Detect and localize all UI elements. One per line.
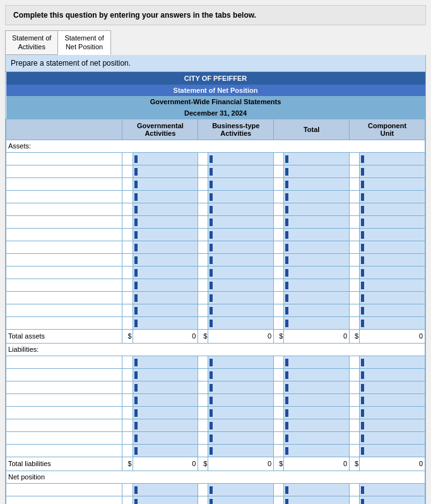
value-cell[interactable] (133, 356, 198, 368)
value-cell[interactable] (284, 291, 350, 304)
value-cell[interactable] (133, 279, 198, 291)
value-cell[interactable] (360, 406, 425, 419)
value-cell[interactable] (133, 215, 198, 228)
value-cell[interactable] (284, 215, 350, 228)
value-cell[interactable] (208, 215, 274, 228)
value-cell[interactable] (208, 190, 274, 203)
value-cell[interactable] (208, 177, 274, 190)
value-cell[interactable] (360, 316, 425, 329)
value-cell[interactable] (360, 253, 425, 266)
data-row (6, 177, 425, 190)
value-cell[interactable] (360, 190, 425, 203)
value-cell[interactable] (208, 253, 274, 266)
value-cell[interactable] (360, 483, 425, 496)
tab-activities[interactable]: Statement ofActivities (5, 30, 58, 55)
value-cell[interactable] (208, 356, 274, 368)
value-cell[interactable] (284, 165, 350, 177)
value-cell[interactable] (284, 203, 350, 215)
value-cell[interactable] (360, 444, 425, 457)
value-cell[interactable] (133, 496, 198, 504)
value-cell[interactable] (208, 291, 274, 304)
value-cell[interactable] (133, 165, 198, 177)
value-cell[interactable] (208, 406, 274, 419)
value-cell[interactable] (208, 304, 274, 316)
value-cell[interactable] (284, 279, 350, 291)
value-cell[interactable] (284, 381, 350, 393)
value-cell[interactable] (284, 228, 350, 241)
value-cell[interactable] (284, 316, 350, 329)
tab-net-position[interactable]: Statement ofNet Position (57, 30, 110, 55)
value-cell[interactable] (284, 368, 350, 381)
value-cell[interactable] (360, 241, 425, 253)
value-cell[interactable] (133, 152, 198, 165)
value-cell[interactable] (284, 152, 350, 165)
value-cell[interactable] (208, 266, 274, 279)
value-cell[interactable] (360, 279, 425, 291)
value-cell[interactable] (208, 419, 274, 431)
value-cell[interactable] (133, 393, 198, 406)
value-cell[interactable] (133, 368, 198, 381)
value-cell[interactable] (360, 381, 425, 393)
value-cell[interactable] (133, 228, 198, 241)
value-cell[interactable] (133, 304, 198, 316)
value-cell[interactable] (360, 496, 425, 504)
value-cell[interactable] (360, 152, 425, 165)
value-cell[interactable] (284, 496, 350, 504)
value-cell[interactable] (284, 177, 350, 190)
value-cell[interactable] (133, 431, 198, 444)
value-cell[interactable] (208, 316, 274, 329)
value-cell[interactable] (133, 291, 198, 304)
value-cell[interactable] (133, 203, 198, 215)
value-cell[interactable] (133, 381, 198, 393)
value-cell[interactable] (360, 291, 425, 304)
value-cell[interactable] (133, 419, 198, 431)
value-cell[interactable] (360, 177, 425, 190)
value-cell[interactable] (208, 381, 274, 393)
value-cell[interactable] (284, 304, 350, 316)
value-cell[interactable] (284, 241, 350, 253)
value-cell[interactable] (360, 393, 425, 406)
value-cell[interactable] (284, 431, 350, 444)
value-cell[interactable] (208, 165, 274, 177)
value-cell[interactable] (133, 190, 198, 203)
value-cell[interactable] (133, 483, 198, 496)
value-cell[interactable] (208, 228, 274, 241)
value-cell[interactable] (360, 203, 425, 215)
value-cell[interactable] (284, 419, 350, 431)
value-cell[interactable] (284, 253, 350, 266)
value-cell[interactable] (133, 316, 198, 329)
value-cell[interactable] (284, 266, 350, 279)
value-cell[interactable] (208, 368, 274, 381)
value-cell[interactable] (133, 406, 198, 419)
value-cell[interactable] (208, 431, 274, 444)
value-cell[interactable] (360, 165, 425, 177)
value-cell[interactable] (360, 228, 425, 241)
value-cell[interactable] (133, 266, 198, 279)
value-cell[interactable] (360, 431, 425, 444)
value-cell[interactable] (360, 368, 425, 381)
value-cell[interactable] (284, 190, 350, 203)
value-cell[interactable] (133, 241, 198, 253)
value-cell[interactable] (284, 406, 350, 419)
value-cell[interactable] (284, 483, 350, 496)
value-cell[interactable] (208, 444, 274, 457)
value-cell[interactable] (360, 356, 425, 368)
value-cell[interactable] (208, 279, 274, 291)
value-cell[interactable] (360, 215, 425, 228)
value-cell[interactable] (284, 444, 350, 457)
value-cell[interactable] (208, 152, 274, 165)
value-cell[interactable] (208, 241, 274, 253)
value-cell[interactable] (360, 419, 425, 431)
value-cell[interactable] (208, 496, 274, 504)
value-cell[interactable] (133, 444, 198, 457)
value-cell[interactable] (360, 266, 425, 279)
value-cell[interactable] (208, 483, 274, 496)
value-cell[interactable] (208, 203, 274, 215)
value-cell[interactable] (284, 356, 350, 368)
value-cell[interactable] (133, 253, 198, 266)
value-cell[interactable] (284, 393, 350, 406)
total-value: 0 (133, 457, 198, 471)
value-cell[interactable] (133, 177, 198, 190)
value-cell[interactable] (360, 304, 425, 316)
value-cell[interactable] (208, 393, 274, 406)
